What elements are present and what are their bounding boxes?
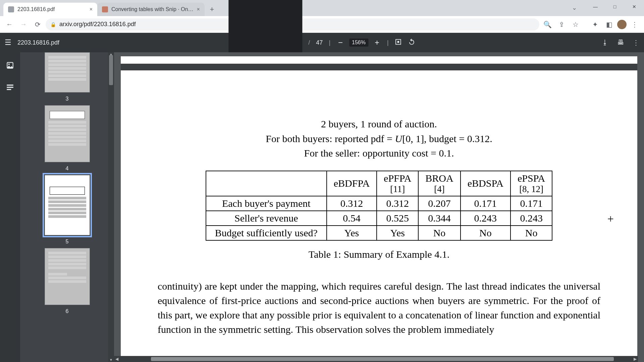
col-header-cite: [4] — [425, 184, 453, 194]
prev-page-edge — [121, 64, 637, 70]
outline-rail-icon[interactable] — [6, 83, 14, 92]
col-header: ePFPA [11] — [377, 171, 418, 196]
row-label: Budget sufficiently used? — [206, 226, 327, 240]
cell: 0.312 — [327, 196, 377, 211]
divider: | — [329, 39, 330, 46]
nav-back-button[interactable]: ← — [3, 18, 15, 31]
window-maximize-button[interactable]: □ — [605, 0, 625, 13]
cell: 0.171 — [461, 196, 511, 211]
caption-line: For the seller: opportunity cost = 0.1. — [158, 146, 600, 161]
zoom-indicator-icon[interactable]: 🔍 — [541, 18, 553, 31]
results-table: eBDFPA ePFPA [11] BROA [4] eBDSPA ePSPA — [206, 171, 553, 241]
browser-menu-icon[interactable]: ⋮ — [629, 18, 641, 31]
page-thumbnail-current[interactable] — [45, 175, 90, 235]
svg-rect-6 — [7, 89, 11, 90]
page-thumbnail[interactable] — [45, 52, 90, 93]
cell: No — [418, 226, 460, 240]
window-controls: — □ ✕ — [586, 0, 644, 13]
pdf-filename: 2203.16816.pdf — [17, 39, 59, 46]
scroll-left-icon[interactable]: ◀ — [115, 357, 118, 361]
cell: 0.54 — [327, 211, 377, 226]
thumbnail-label: 3 — [66, 96, 69, 102]
thumbnail-label: 6 — [66, 308, 69, 314]
row-label: Each buyer's payment — [206, 196, 327, 211]
thumbnail-scrollbar[interactable]: ▲ ▼ — [108, 52, 114, 362]
nav-reload-button[interactable]: ⟳ — [32, 18, 44, 31]
table-context: 2 buyers, 1 round of auction. For both b… — [158, 117, 600, 161]
scroll-down-icon[interactable]: ▼ — [109, 358, 113, 362]
close-tab-icon[interactable]: × — [90, 6, 93, 12]
pdf-page: 2 buyers, 1 round of auction. For both b… — [121, 56, 637, 362]
window-close-button[interactable]: ✕ — [625, 0, 644, 13]
scroll-grip[interactable] — [151, 357, 614, 361]
tab-title: Converting tables with Snip · On… — [111, 6, 194, 12]
extensions-puzzle-icon[interactable]: ✦ — [589, 18, 601, 31]
svg-point-3 — [8, 64, 10, 65]
zoom-out-button[interactable]: − — [336, 38, 344, 47]
thumbnails-rail-icon[interactable] — [6, 61, 14, 70]
cell: 0.525 — [377, 211, 418, 226]
col-header-main: BROA — [425, 173, 453, 184]
hamburger-menu-icon[interactable]: ☰ — [5, 38, 11, 47]
tab-snip[interactable]: Converting tables with Snip · On… × — [97, 3, 205, 16]
window-minimize-button[interactable]: — — [586, 0, 605, 13]
tab-pdf[interactable]: 2203.16816.pdf × — [3, 3, 97, 16]
close-tab-icon[interactable]: × — [197, 6, 200, 12]
pdf-toolbar: ☰ 2203.16816.pdf / 47 | − 156% + | ⭳ 🖶 ⋮ — [0, 33, 644, 52]
print-icon[interactable]: 🖶 — [617, 39, 624, 47]
pdf-favicon-icon — [8, 6, 14, 12]
table-row: Each buyer's payment 0.312 0.312 0.207 0… — [206, 196, 552, 211]
horizontal-scrollbar[interactable]: ◀ ▶ — [114, 356, 638, 362]
left-rail — [0, 52, 20, 362]
nav-forward-button[interactable]: → — [17, 18, 30, 31]
cell: Yes — [327, 226, 377, 240]
table-header-row: eBDFPA ePFPA [11] BROA [4] eBDSPA ePSPA — [206, 171, 552, 196]
download-icon[interactable]: ⭳ — [602, 39, 608, 47]
table-caption: Table 1: Summary of Example 4.1. — [158, 249, 600, 260]
scroll-grip[interactable] — [109, 55, 113, 85]
zoom-in-button[interactable]: + — [373, 38, 381, 47]
share-icon[interactable]: ⇪ — [555, 18, 568, 31]
body-paragraph: continuity) are kept under the mapping, … — [158, 279, 600, 337]
url-text: arxiv.org/pdf/2203.16816.pdf — [59, 21, 136, 28]
fit-page-icon[interactable] — [395, 38, 402, 47]
col-header: eBDFPA — [327, 171, 377, 196]
page-thumbnail[interactable] — [45, 248, 90, 305]
cell: 0.344 — [418, 211, 460, 226]
cell: 0.243 — [461, 211, 511, 226]
sidepanel-icon[interactable]: ◧ — [603, 18, 615, 31]
tab-title: 2203.16816.pdf — [17, 6, 86, 12]
pdf-more-menu-icon[interactable]: ⋮ — [633, 39, 639, 47]
caption-line: 2 buyers, 1 round of auction. — [158, 117, 600, 131]
cell: 0.312 — [377, 196, 418, 211]
tabs-chevron-icon[interactable]: ⌄ — [572, 4, 577, 11]
svg-rect-5 — [7, 87, 13, 88]
col-header: eBDSPA — [461, 171, 511, 196]
new-tab-button[interactable]: + — [207, 4, 217, 15]
rotate-icon[interactable] — [408, 38, 416, 47]
page-scroll-area[interactable]: 2 buyers, 1 round of auction. For both b… — [114, 52, 644, 362]
thumbnail-panel[interactable]: 3 4 5 6 ▲ ▼ — [20, 52, 114, 362]
header-blank — [206, 171, 327, 196]
cell: No — [511, 226, 552, 240]
bookmark-star-icon[interactable]: ☆ — [570, 18, 582, 31]
row-label: Seller's revenue — [206, 211, 327, 226]
table-row: Budget sufficiently used? Yes Yes No No … — [206, 226, 552, 240]
scroll-right-icon[interactable]: ▶ — [634, 357, 637, 361]
page-total: 47 — [316, 39, 323, 46]
caption-line: For both buyers: reported pdf = U[0, 1],… — [158, 131, 600, 146]
cell: 0.207 — [418, 196, 460, 211]
profile-avatar[interactable] — [617, 20, 627, 29]
cell: 0.171 — [511, 196, 552, 211]
svg-rect-1 — [397, 41, 399, 43]
col-header: ePSPA [8, 12] — [511, 171, 552, 196]
thumbnail-label: 5 — [66, 239, 69, 245]
col-header-cite: [11] — [384, 184, 411, 194]
col-header-cite: [8, 12] — [518, 184, 545, 194]
pdf-viewer: 3 4 5 6 ▲ ▼ 2 buyers, 1 — [0, 52, 644, 362]
page-sep: / — [308, 39, 310, 46]
col-header: BROA [4] — [418, 171, 460, 196]
cell: 0.243 — [511, 211, 552, 226]
svg-rect-4 — [7, 84, 13, 85]
page-thumbnail[interactable] — [45, 105, 90, 162]
